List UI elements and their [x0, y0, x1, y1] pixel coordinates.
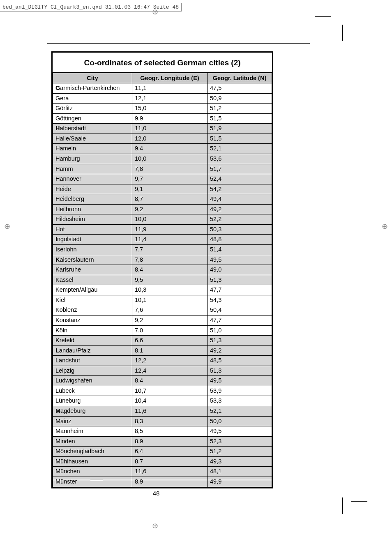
registration-mark-right: ⊕	[382, 222, 388, 231]
cell-city: Münster	[53, 477, 132, 487]
table-row: Koblenz7,650,4	[53, 305, 272, 315]
cell-longitude: 7,7	[132, 245, 208, 255]
cell-longitude: 10,1	[132, 295, 208, 305]
cell-latitude: 51,5	[208, 134, 272, 144]
cell-longitude: 11,6	[132, 467, 208, 477]
table-row: Konstanz9,247,7	[53, 315, 272, 325]
cell-latitude: 48,1	[208, 467, 272, 477]
cell-latitude: 49,3	[208, 456, 272, 467]
page-rule-bottom	[47, 480, 310, 480]
table-row: Landau/Pfalz8,149,2	[53, 345, 272, 356]
col-header-longitude: Geogr. Longitude (E)	[132, 73, 208, 83]
cell-latitude: 54,2	[208, 184, 272, 194]
table-row: Ludwigshafen8,449,5	[53, 376, 272, 386]
cell-latitude: 54,3	[208, 295, 272, 305]
cell-latitude: 47,5	[208, 83, 272, 94]
page-content: Co-ordinates of selected German cities (…	[51, 51, 273, 488]
table-row: Köln7,051,0	[53, 325, 272, 336]
cell-city: Kempten/Allgäu	[53, 285, 132, 295]
table-row: Iserlohn7,751,4	[53, 245, 272, 255]
cell-latitude: 48,8	[208, 235, 272, 245]
crop-mark	[33, 514, 33, 539]
table-row: Heilbronn9,249,2	[53, 204, 272, 214]
cell-city: Göttingen	[53, 113, 132, 124]
cell-city: Konstanz	[53, 315, 132, 325]
cell-latitude: 51,7	[208, 164, 272, 174]
cell-longitude: 8,1	[132, 345, 208, 356]
cell-longitude: 12,1	[132, 93, 208, 104]
cell-city: Kiel	[53, 295, 132, 305]
cell-city: Hamburg	[53, 154, 132, 164]
cell-longitude: 12,4	[132, 366, 208, 376]
cell-latitude: 52,3	[208, 436, 272, 447]
cell-city: Ludwigshafen	[53, 376, 132, 386]
cell-longitude: 11,9	[132, 224, 208, 235]
cell-latitude: 51,0	[208, 325, 272, 336]
table-row: Leipzig12,451,3	[53, 366, 272, 376]
cell-latitude: 52,4	[208, 174, 272, 184]
cell-city: Kassel	[53, 275, 132, 285]
table-row: München11,648,1	[53, 467, 272, 477]
page-rule-top	[47, 43, 310, 44]
cell-longitude: 8,3	[132, 416, 208, 426]
cell-city: Köln	[53, 325, 132, 336]
cell-city: Gera	[53, 93, 132, 104]
table-row: Mönchengladbach6,451,2	[53, 447, 272, 457]
table-header-row: City Geogr. Longitude (E) Geogr. Latitud…	[53, 73, 272, 83]
cell-latitude: 50,0	[208, 416, 272, 426]
cell-city: Görlitz	[53, 104, 132, 114]
cell-city: Karlsruhe	[53, 265, 132, 275]
cell-latitude: 53,9	[208, 386, 272, 396]
table-row: Kiel10,154,3	[53, 295, 272, 305]
cell-latitude: 51,2	[208, 447, 272, 457]
cell-longitude: 10,0	[132, 154, 208, 164]
cell-city: Magdeburg	[53, 406, 132, 417]
cell-longitude: 9,1	[132, 184, 208, 194]
cell-longitude: 8,4	[132, 265, 208, 275]
table-row: Mannheim8,549,5	[53, 426, 272, 437]
cell-latitude: 51,9	[208, 124, 272, 134]
cell-longitude: 8,7	[132, 456, 208, 467]
cell-city: Heilbronn	[53, 204, 132, 214]
table-row: Halle/Saale12,051,5	[53, 134, 272, 144]
cell-latitude: 50,4	[208, 305, 272, 315]
table-row: Mühlhausen8,749,3	[53, 456, 272, 467]
cell-city: Hamm	[53, 164, 132, 174]
cell-city: Hannover	[53, 174, 132, 184]
cell-city: Heidelberg	[53, 194, 132, 205]
table-row: Minden8,952,3	[53, 436, 272, 447]
cell-latitude: 51,4	[208, 245, 272, 255]
cell-longitude: 10,3	[132, 285, 208, 295]
cell-longitude: 11,6	[132, 406, 208, 417]
cell-city: Mannheim	[53, 426, 132, 437]
cell-longitude: 10,7	[132, 386, 208, 396]
table-row: Heidelberg8,749,4	[53, 194, 272, 205]
cell-latitude: 51,3	[208, 275, 272, 285]
cell-latitude: 49,4	[208, 194, 272, 205]
cell-longitude: 9,2	[132, 204, 208, 214]
cell-longitude: 10,0	[132, 214, 208, 225]
table-row: Hof11,950,3	[53, 224, 272, 235]
table-row: Halberstadt11,051,9	[53, 124, 272, 134]
cell-city: Mönchengladbach	[53, 447, 132, 457]
cell-latitude: 49,5	[208, 426, 272, 437]
cell-city: Mühlhausen	[53, 456, 132, 467]
cell-latitude: 49,5	[208, 376, 272, 386]
cell-latitude: 50,9	[208, 93, 272, 104]
cell-latitude: 51,5	[208, 113, 272, 124]
cell-longitude: 8,9	[132, 477, 208, 487]
cell-city: Mainz	[53, 416, 132, 426]
table-row: Mainz8,350,0	[53, 416, 272, 426]
cell-latitude: 51,3	[208, 366, 272, 376]
table-row: Göttingen9,951,5	[53, 113, 272, 124]
cell-longitude: 7,0	[132, 325, 208, 336]
crop-mark	[342, 25, 343, 41]
crop-mark	[342, 497, 343, 514]
cell-longitude: 6,6	[132, 336, 208, 346]
cell-city: Hameln	[53, 144, 132, 154]
table-row: Heide9,154,2	[53, 184, 272, 194]
table-row: Krefeld6,651,3	[53, 336, 272, 346]
table-row: Hameln9,452,1	[53, 144, 272, 154]
cell-longitude: 12,0	[132, 134, 208, 144]
table-row: Hildesheim10,052,2	[53, 214, 272, 225]
